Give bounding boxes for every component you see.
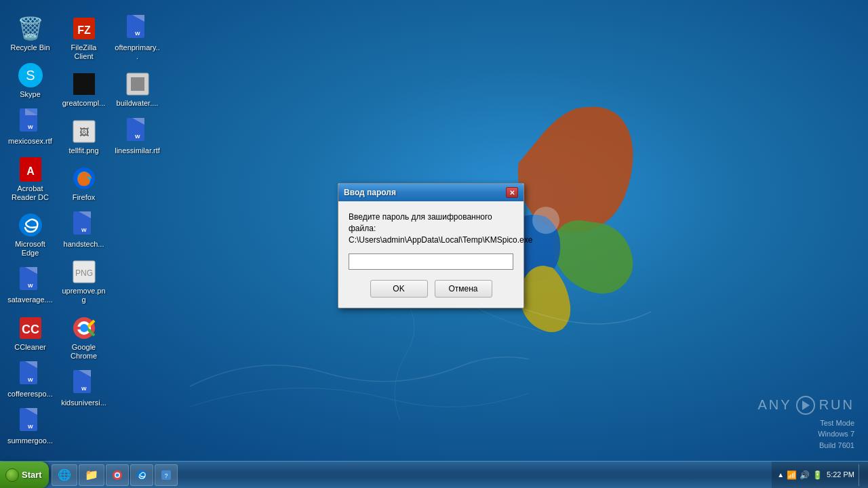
dialog-close-button[interactable]: ✕: [506, 187, 518, 198]
dialog-title: Ввод пароля: [344, 188, 396, 197]
dialog-titlebar: Ввод пароля ✕: [338, 184, 524, 201]
password-dialog: Ввод пароля ✕ Введите пароль для зашифро…: [338, 183, 524, 308]
dialog-cancel-button[interactable]: Отмена: [435, 280, 492, 298]
dialog-message: Введите пароль для зашифрованного файла:…: [349, 211, 513, 245]
dialog-body: Введите пароль для зашифрованного файла:…: [338, 201, 524, 308]
desktop: 🗑️ Recycle Bin S Skype W mexicose: [0, 0, 868, 488]
dialog-overlay: Ввод пароля ✕ Введите пароль для зашифро…: [0, 0, 868, 488]
dialog-message-line2: C:\Users\admin\AppData\Local\Temp\KMSpic…: [349, 235, 532, 245]
password-input[interactable]: [349, 253, 513, 270]
dialog-ok-button[interactable]: OK: [370, 280, 428, 298]
dialog-message-line1: Введите пароль для зашифрованного файла:: [349, 212, 492, 233]
dialog-buttons: OK Отмена: [349, 280, 513, 298]
